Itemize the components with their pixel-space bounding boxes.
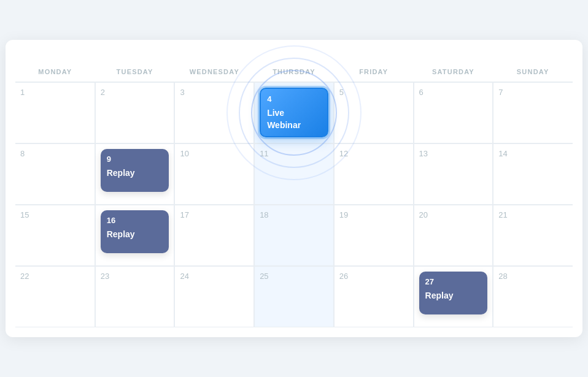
day-number: 28: [498, 272, 568, 281]
event-card-16[interactable]: 16Replay: [101, 210, 169, 253]
day-number: 2: [101, 88, 169, 97]
day-header-thursday: THURSDAY: [254, 64, 334, 82]
event-card-27[interactable]: 27Replay: [419, 272, 488, 314]
event-day-num: 27: [425, 276, 482, 288]
day-number: 22: [20, 272, 90, 281]
day-cell-4: 4LiveWebinar: [254, 82, 334, 143]
day-number: 14: [498, 149, 568, 158]
day-number: 21: [498, 210, 568, 219]
day-cell-24: 24: [174, 266, 254, 327]
day-cell-5: 5: [334, 82, 414, 143]
event-day-num: 9: [107, 154, 163, 165]
calendar-container: MONDAYTUESDAYWEDNESDAYTHURSDAYFRIDAYSATU…: [6, 40, 582, 337]
event-day-num: 4: [267, 94, 321, 105]
day-cell-17: 17: [174, 205, 254, 266]
day-number: 24: [180, 272, 249, 281]
day-number: 3: [180, 88, 249, 97]
day-number: 11: [260, 149, 328, 158]
event-day-num: 16: [107, 215, 163, 226]
day-cell-26: 26: [334, 266, 414, 327]
event-card-4[interactable]: 4LiveWebinar: [260, 88, 328, 137]
day-cell-7: 7: [493, 82, 573, 143]
event-label: Replay: [425, 291, 454, 300]
day-cell-21: 21: [493, 205, 573, 266]
day-cell-28: 28: [493, 266, 573, 327]
day-number: 20: [419, 210, 488, 219]
day-number: 17: [180, 210, 249, 219]
day-cell-23: 23: [95, 266, 175, 327]
day-cell-25: 25: [254, 266, 334, 327]
day-cell-15: 15: [15, 205, 95, 266]
day-cell-27: 27Replay: [414, 266, 493, 327]
day-number: 13: [419, 149, 488, 158]
day-header-sunday: SUNDAY: [493, 64, 573, 82]
day-number: 8: [20, 149, 90, 158]
day-header-saturday: SATURDAY: [414, 64, 493, 82]
day-cell-3: 3: [174, 82, 254, 143]
day-header-monday: MONDAY: [15, 64, 95, 82]
day-cell-16: 16Replay: [95, 205, 175, 266]
day-number: 23: [101, 272, 169, 281]
day-header-tuesday: TUESDAY: [95, 64, 175, 82]
calendar-grid: MONDAYTUESDAYWEDNESDAYTHURSDAYFRIDAYSATU…: [15, 64, 573, 327]
day-number: 5: [339, 88, 408, 97]
day-cell-18: 18: [254, 205, 334, 266]
day-number: 6: [419, 88, 488, 97]
day-cell-22: 22: [15, 266, 95, 327]
event-label: LiveWebinar: [267, 108, 301, 130]
day-cell-2: 2: [95, 82, 175, 143]
day-header-wednesday: WEDNESDAY: [174, 64, 254, 82]
day-cell-14: 14: [493, 143, 573, 205]
day-cell-8: 8: [15, 143, 95, 205]
day-cell-11: 11: [254, 143, 334, 205]
day-cell-9: 9Replay: [95, 143, 175, 205]
day-header-friday: FRIDAY: [334, 64, 414, 82]
day-cell-13: 13: [414, 143, 493, 205]
day-cell-19: 19: [334, 205, 414, 266]
day-number: 18: [260, 210, 328, 219]
day-number: 15: [20, 210, 90, 219]
day-cell-10: 10: [174, 143, 254, 205]
day-number: 7: [498, 88, 568, 97]
event-label: Replay: [107, 229, 135, 239]
day-number: 25: [260, 272, 328, 281]
day-cell-20: 20: [414, 205, 493, 266]
day-cell-1: 1: [15, 82, 95, 143]
day-number: 1: [20, 88, 90, 97]
day-number: 10: [180, 149, 249, 158]
day-number: 12: [339, 149, 408, 158]
event-card-9[interactable]: 9Replay: [101, 149, 169, 192]
day-number: 26: [339, 272, 408, 281]
day-number: 19: [339, 210, 408, 219]
day-cell-6: 6: [414, 82, 493, 143]
day-cell-12: 12: [334, 143, 414, 205]
event-label: Replay: [107, 168, 135, 178]
